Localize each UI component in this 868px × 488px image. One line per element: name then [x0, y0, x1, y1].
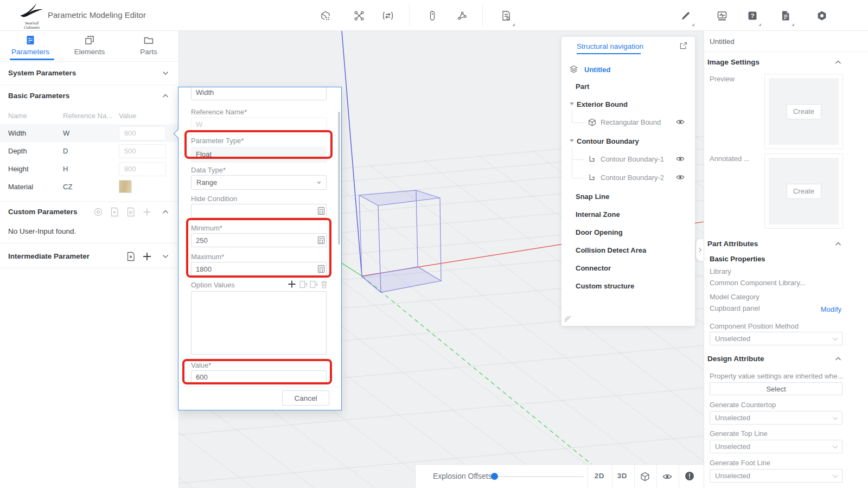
- edit-pencil-icon[interactable]: [676, 9, 695, 23]
- generate-countertop-select[interactable]: Unselected: [710, 411, 843, 425]
- nav-item-rectangular-bound[interactable]: Rectangular Bound: [561, 113, 695, 131]
- generate-top-line-select[interactable]: Unselected: [710, 440, 843, 453]
- swap-arrows-icon[interactable]: [378, 9, 398, 23]
- maximum-input[interactable]: [191, 262, 327, 276]
- mode-2d-button[interactable]: 2D: [589, 472, 610, 480]
- formula-calculator-icon[interactable]: [317, 265, 325, 273]
- visibility-eye-icon[interactable]: [675, 172, 685, 182]
- nav-group-contour-boundary[interactable]: Contour Boundary: [561, 132, 695, 150]
- option-values-textarea[interactable]: [191, 291, 327, 355]
- settings-hexagon-icon[interactable]: [812, 9, 832, 23]
- param-value-field[interactable]: 500: [119, 144, 166, 158]
- parameter-row-material[interactable]: Material CZ: [0, 178, 179, 196]
- generate-foot-line-select[interactable]: Unselected: [710, 469, 843, 483]
- nav-item-collision-detect-area[interactable]: Collision Detect Area: [561, 241, 695, 259]
- left-panel: Parameters Elements Parts System Paramet…: [0, 31, 179, 488]
- parameter-row-width[interactable]: Width W 600: [0, 124, 179, 142]
- add-parameter-icon[interactable]: [142, 207, 152, 217]
- cancel-button[interactable]: Cancel: [282, 390, 329, 406]
- move-option-down-icon[interactable]: [309, 279, 318, 289]
- mode-3d-button[interactable]: 3D: [611, 472, 633, 480]
- tab-parameters[interactable]: Parameters: [1, 31, 60, 60]
- modify-link[interactable]: Modify: [821, 305, 841, 313]
- nav-item-part[interactable]: Part: [561, 78, 695, 95]
- add-option-icon[interactable]: [287, 279, 297, 289]
- toolbar-separator: [482, 5, 483, 26]
- nav-item-contour-boundary-1[interactable]: Contour Boundary-1: [561, 150, 695, 168]
- parts-folder-icon: [143, 35, 154, 46]
- data-type-select[interactable]: Range: [191, 175, 327, 190]
- move-option-up-icon[interactable]: [298, 279, 308, 289]
- open-in-window-icon[interactable]: [679, 41, 688, 51]
- inherit-note: Property value settings are inherited wh…: [710, 372, 843, 380]
- material-swatch[interactable]: [119, 180, 132, 193]
- chevron-up-icon[interactable]: [834, 240, 843, 248]
- nav-item-connector[interactable]: Connector: [561, 259, 695, 277]
- dialog-scrollbar[interactable]: [338, 112, 340, 245]
- dropdown-caret[interactable]: [692, 23, 694, 26]
- panel-collapse-handle[interactable]: [696, 239, 704, 261]
- value-input[interactable]: [191, 370, 327, 384]
- active-tab-underline: [10, 59, 54, 60]
- warning-exclamation-icon[interactable]: [684, 471, 696, 483]
- tree-collapse-icon[interactable]: [570, 102, 574, 105]
- chevron-down-icon[interactable]: [161, 252, 170, 261]
- visibility-eye-icon[interactable]: [675, 117, 685, 127]
- position-method-select[interactable]: Unselected: [710, 332, 843, 345]
- target-icon[interactable]: [93, 207, 104, 217]
- formula-calculator-icon[interactable]: [317, 236, 325, 245]
- create-annotated-button[interactable]: Create: [787, 184, 821, 199]
- panel-resize-handle[interactable]: [564, 315, 571, 323]
- chevron-up-icon[interactable]: [161, 92, 170, 100]
- component-blades-icon[interactable]: [349, 9, 369, 23]
- model-library-icon[interactable]: [316, 9, 335, 23]
- document-notes-icon[interactable]: [776, 9, 795, 23]
- hide-condition-input[interactable]: [191, 204, 327, 218]
- chevron-up-icon[interactable]: [834, 355, 843, 363]
- import-document-icon[interactable]: [125, 251, 136, 262]
- visibility-eye-icon[interactable]: [675, 154, 685, 164]
- create-preview-button[interactable]: Create: [787, 104, 821, 119]
- chevron-down-icon[interactable]: [161, 69, 170, 78]
- activity-monitor-icon[interactable]: [712, 9, 732, 23]
- tab-elements[interactable]: Elements: [60, 31, 119, 60]
- minimum-input[interactable]: [191, 233, 327, 247]
- nav-item-untitled[interactable]: Untitled: [561, 61, 695, 79]
- tree-collapse-icon[interactable]: [570, 139, 574, 142]
- library-value: Common Component Library...: [710, 279, 806, 287]
- nav-group-exterior-bound[interactable]: Exterior Bound: [561, 95, 695, 113]
- anchor-capsule-icon[interactable]: [423, 9, 442, 23]
- nav-item-door-opening[interactable]: Door Opening: [561, 223, 695, 241]
- slider-knob[interactable]: [491, 473, 498, 480]
- help-icon[interactable]: ?: [743, 9, 762, 23]
- dropdown-caret[interactable]: [758, 23, 761, 26]
- nav-item-contour-boundary-2[interactable]: Contour Boundary-2: [561, 169, 695, 187]
- nav-item-internal-zone[interactable]: Internal Zone: [561, 206, 695, 223]
- param-value-field[interactable]: 800: [119, 162, 166, 176]
- parameter-row-height[interactable]: Height H 800: [0, 160, 179, 178]
- visibility-eye-icon[interactable]: [661, 471, 673, 483]
- formula-calculator-icon[interactable]: [317, 207, 325, 215]
- delete-option-icon[interactable]: [319, 279, 329, 289]
- select-button[interactable]: Select: [710, 382, 843, 395]
- chevron-up-icon[interactable]: [161, 208, 170, 216]
- export-document-icon[interactable]: [125, 207, 136, 217]
- select-caret-icon: [317, 182, 321, 184]
- nav-item-custom-structure[interactable]: Custom structure: [561, 277, 695, 295]
- dropdown-caret[interactable]: [512, 23, 515, 26]
- explosion-offsets-slider[interactable]: [492, 476, 584, 477]
- tab-parts[interactable]: Parts: [119, 31, 178, 60]
- chevron-up-icon[interactable]: [834, 58, 843, 67]
- cube-view-icon[interactable]: [639, 471, 651, 483]
- param-ref: H: [63, 165, 68, 173]
- parameter-name-input[interactable]: [191, 87, 327, 100]
- param-value-field[interactable]: 600: [119, 126, 166, 140]
- import-document-icon[interactable]: [109, 207, 120, 217]
- add-parameter-icon[interactable]: [142, 251, 152, 262]
- nav-item-snap-line[interactable]: Snap Line: [561, 188, 695, 206]
- document-export-icon[interactable]: [496, 9, 516, 23]
- parameter-row-depth[interactable]: Depth D 500: [0, 142, 179, 160]
- relation-nodes-icon[interactable]: [452, 9, 472, 23]
- structural-navigation-title[interactable]: Structural navigation: [577, 42, 643, 50]
- dropdown-caret[interactable]: [792, 23, 794, 26]
